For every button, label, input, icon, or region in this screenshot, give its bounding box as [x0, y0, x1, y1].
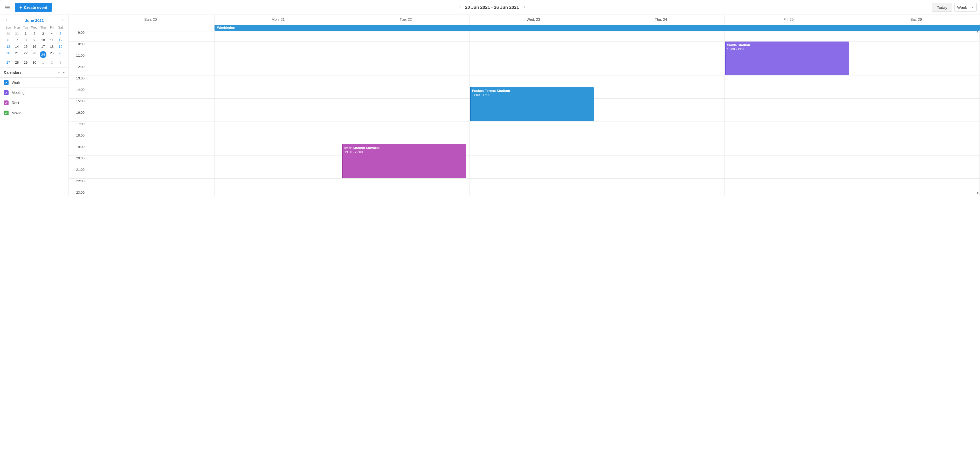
- hour-cell[interactable]: [597, 121, 724, 132]
- hour-cell[interactable]: [852, 167, 980, 178]
- datepicker-day[interactable]: 30: [4, 30, 13, 37]
- datepicker-day[interactable]: 6: [4, 37, 13, 43]
- hour-cell[interactable]: [87, 167, 214, 178]
- hour-cell[interactable]: [215, 75, 342, 87]
- next-range-button[interactable]: 〉: [522, 4, 529, 11]
- datepicker-day[interactable]: 25: [48, 50, 56, 59]
- day-column[interactable]: [215, 31, 342, 196]
- datepicker-day[interactable]: 31: [13, 30, 22, 37]
- datepicker-day[interactable]: 11: [48, 37, 56, 43]
- datepicker-title[interactable]: June 2021: [25, 18, 44, 22]
- hour-cell[interactable]: [597, 144, 724, 155]
- hour-cell[interactable]: [852, 121, 980, 132]
- hour-cell[interactable]: [342, 98, 469, 110]
- datepicker-day[interactable]: 26: [56, 50, 65, 59]
- hour-cell[interactable]: [342, 41, 469, 53]
- prev-range-button[interactable]: 〈: [455, 4, 463, 11]
- allday-grid[interactable]: Wimbledon: [87, 24, 980, 31]
- datepicker-day[interactable]: 1: [21, 30, 30, 37]
- hour-cell[interactable]: [215, 110, 342, 121]
- hour-cell[interactable]: [725, 75, 852, 87]
- menu-toggle-icon[interactable]: [3, 5, 11, 11]
- datepicker-day[interactable]: 9: [30, 37, 39, 43]
- hour-cell[interactable]: [469, 75, 597, 87]
- hour-cell[interactable]: [215, 132, 342, 144]
- calendar-item[interactable]: Movie: [0, 108, 68, 118]
- hour-cell[interactable]: [215, 53, 342, 64]
- hour-cell[interactable]: [597, 87, 724, 98]
- hour-cell[interactable]: [215, 31, 342, 41]
- datepicker-day[interactable]: 30: [30, 59, 39, 65]
- hour-cell[interactable]: [469, 167, 597, 178]
- datepicker-prev-button[interactable]: 〈: [4, 18, 8, 22]
- hour-cell[interactable]: [597, 178, 724, 190]
- hour-cell[interactable]: [852, 64, 980, 75]
- hour-cell[interactable]: [725, 132, 852, 144]
- hour-cell[interactable]: [342, 178, 469, 190]
- hour-cell[interactable]: [725, 87, 852, 98]
- hour-cell[interactable]: [852, 190, 980, 196]
- hour-cell[interactable]: [852, 178, 980, 190]
- hour-cell[interactable]: [342, 87, 469, 98]
- datepicker-day[interactable]: 20: [4, 50, 13, 59]
- hour-cell[interactable]: [597, 75, 724, 87]
- hour-cell[interactable]: [342, 31, 469, 41]
- datepicker-next-button[interactable]: 〉: [61, 18, 65, 22]
- hour-cell[interactable]: [87, 31, 214, 41]
- datepicker-day[interactable]: 21: [13, 50, 22, 59]
- hour-cell[interactable]: [87, 87, 214, 98]
- hour-cell[interactable]: [87, 41, 214, 53]
- datepicker-day[interactable]: 16: [30, 43, 39, 50]
- allday-slot[interactable]: [87, 24, 215, 31]
- datepicker-day[interactable]: 15: [21, 43, 30, 50]
- hour-cell[interactable]: [215, 98, 342, 110]
- hour-cell[interactable]: [597, 167, 724, 178]
- week-scroll[interactable]: 9:0010:0011:0012:0013:0014:0015:0016:001…: [69, 31, 980, 196]
- datepicker-day[interactable]: 24: [39, 50, 48, 59]
- hour-cell[interactable]: [87, 110, 214, 121]
- hour-cell[interactable]: [852, 31, 980, 41]
- hour-cell[interactable]: [215, 41, 342, 53]
- hour-cell[interactable]: [215, 190, 342, 196]
- day-column[interactable]: [597, 31, 725, 196]
- hour-cell[interactable]: [87, 132, 214, 144]
- hour-cell[interactable]: [215, 178, 342, 190]
- chevron-down-icon[interactable]: [63, 72, 65, 73]
- hour-cell[interactable]: [852, 87, 980, 98]
- datepicker-day[interactable]: 1: [39, 59, 48, 65]
- hour-cell[interactable]: [215, 155, 342, 167]
- datepicker-day[interactable]: 5: [56, 30, 65, 37]
- hour-cell[interactable]: [342, 121, 469, 132]
- calendar-item[interactable]: Rest: [0, 98, 68, 108]
- hour-cell[interactable]: [852, 155, 980, 167]
- hour-cell[interactable]: [87, 144, 214, 155]
- datepicker-day[interactable]: 8: [21, 37, 30, 43]
- datepicker-day[interactable]: 4: [48, 30, 56, 37]
- hour-cell[interactable]: [852, 53, 980, 64]
- hour-cell[interactable]: [725, 121, 852, 132]
- hour-cell[interactable]: [852, 98, 980, 110]
- day-column[interactable]: [852, 31, 980, 196]
- day-columns[interactable]: Slavia Stadion10:00 - 13:00Puskas Ferenc…: [87, 31, 980, 196]
- hour-cell[interactable]: [597, 110, 724, 121]
- datepicker-day[interactable]: 7: [13, 37, 22, 43]
- hour-cell[interactable]: [852, 110, 980, 121]
- hour-cell[interactable]: [597, 132, 724, 144]
- calendar-item[interactable]: Work: [0, 78, 68, 88]
- hour-cell[interactable]: [342, 110, 469, 121]
- hour-cell[interactable]: [87, 75, 214, 87]
- hour-cell[interactable]: [852, 41, 980, 53]
- hour-cell[interactable]: [597, 64, 724, 75]
- calendar-checkbox[interactable]: [4, 110, 9, 115]
- calendar-checkbox[interactable]: [4, 90, 9, 95]
- calendar-event[interactable]: Slavia Stadion10:00 - 13:00: [725, 41, 849, 75]
- datepicker-day[interactable]: 22: [21, 50, 30, 59]
- hour-cell[interactable]: [469, 144, 597, 155]
- day-column[interactable]: [87, 31, 215, 196]
- hour-cell[interactable]: [852, 75, 980, 87]
- datepicker-day[interactable]: 3: [39, 30, 48, 37]
- hour-cell[interactable]: [87, 178, 214, 190]
- hour-cell[interactable]: [469, 155, 597, 167]
- hour-cell[interactable]: [725, 110, 852, 121]
- scroll-down-icon[interactable]: ▼: [976, 191, 979, 195]
